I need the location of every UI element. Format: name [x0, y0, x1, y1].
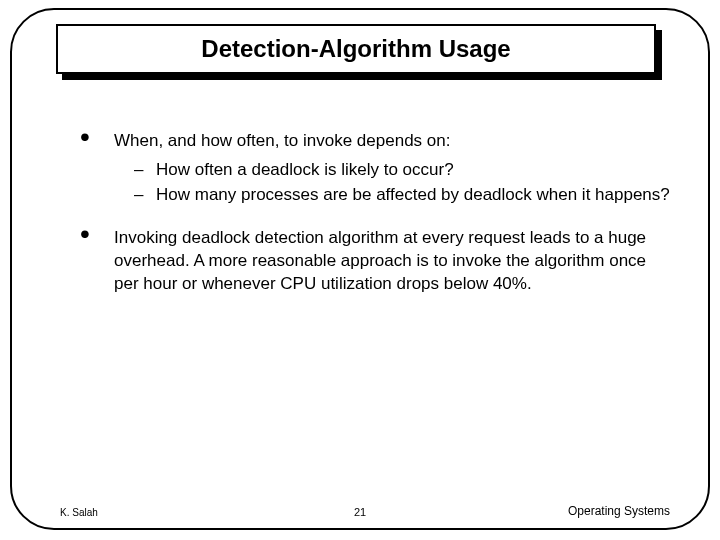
- slide: Detection-Algorithm Usage • When, and ho…: [0, 0, 720, 540]
- dash-icon: –: [134, 159, 156, 182]
- title-box: Detection-Algorithm Usage: [56, 24, 656, 74]
- bullet-dot-icon: •: [74, 227, 114, 296]
- sub-bullet-text: How often a deadlock is likely to occur?: [156, 159, 670, 182]
- bullet-text: When, and how often, to invoke depends o…: [114, 131, 450, 150]
- slide-title: Detection-Algorithm Usage: [201, 35, 510, 63]
- bullet-dot-icon: •: [74, 130, 114, 209]
- bullet-item: • When, and how often, to invoke depends…: [74, 130, 670, 209]
- bullet-body: Invoking deadlock detection algorithm at…: [114, 227, 670, 296]
- footer-course: Operating Systems: [568, 504, 670, 518]
- sub-bullet-item: – How many processes are be affected by …: [134, 184, 670, 207]
- sub-bullet-item: – How often a deadlock is likely to occu…: [134, 159, 670, 182]
- bullet-body: When, and how often, to invoke depends o…: [114, 130, 670, 209]
- sub-list: – How often a deadlock is likely to occu…: [134, 159, 670, 207]
- sub-bullet-text: How many processes are be affected by de…: [156, 184, 670, 207]
- bullet-text: Invoking deadlock detection algorithm at…: [114, 228, 646, 293]
- content-area: • When, and how often, to invoke depends…: [74, 130, 670, 314]
- dash-icon: –: [134, 184, 156, 207]
- bullet-item: • Invoking deadlock detection algorithm …: [74, 227, 670, 296]
